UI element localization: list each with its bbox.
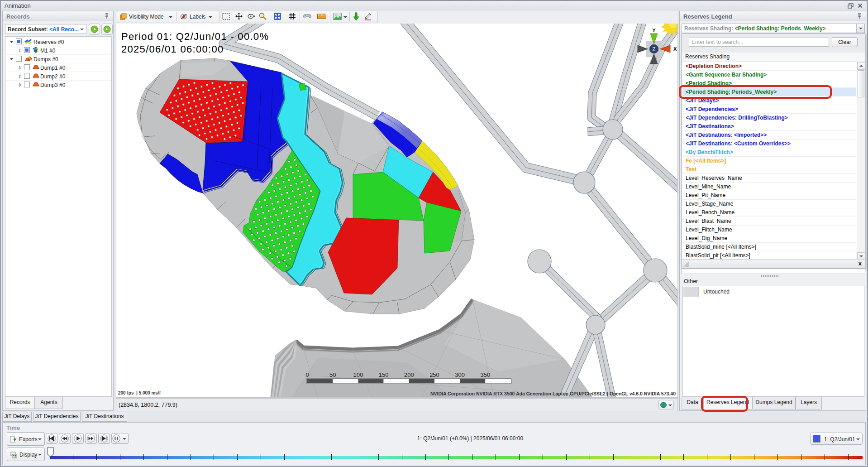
svg-text:100: 100 (353, 371, 363, 378)
svg-text:Y: Y (652, 28, 656, 33)
svg-text:150: 150 (379, 371, 389, 378)
svg-text:Z: Z (652, 46, 655, 53)
svg-text:350: 350 (481, 371, 491, 378)
svg-text:50: 50 (329, 371, 336, 378)
svg-text:0: 0 (305, 371, 309, 378)
svg-text:300: 300 (455, 371, 465, 378)
svg-text:X: X (673, 46, 677, 52)
svg-text:200: 200 (404, 371, 414, 378)
svg-text:250: 250 (429, 371, 439, 378)
